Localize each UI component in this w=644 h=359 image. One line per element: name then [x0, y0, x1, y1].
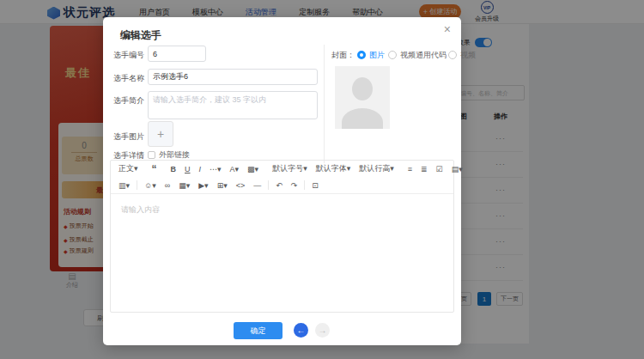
form-divider [324, 45, 325, 163]
underline-icon[interactable]: U [180, 161, 195, 177]
toolbar-separator [304, 180, 305, 190]
contestant-number-label: 选手编号 [108, 50, 144, 61]
undo-icon[interactable]: ↶ [271, 177, 287, 193]
contestant-name-label: 选手名称 [108, 73, 144, 84]
bg-color-dropdown[interactable]: ▩▾ [243, 161, 263, 177]
more-text-style-dropdown[interactable]: ⋯▾ [205, 161, 226, 177]
editor-placeholder: 请输入内容 [121, 204, 160, 216]
screen: 状元评选 用户首页 模板中心 活动管理 定制服务 帮助中心 + 创建活动 VIP… [0, 0, 644, 359]
quote-icon[interactable]: “ [148, 161, 161, 177]
contestant-number-input[interactable] [148, 46, 206, 62]
justify-dropdown[interactable]: ▤▾ [447, 161, 467, 177]
insert-video-dropdown[interactable]: ▶▾ [194, 177, 212, 193]
cover-image-option[interactable]: 图片 [369, 50, 385, 61]
arrow-left-icon: ← [297, 326, 306, 335]
emoji-dropdown[interactable]: ☺▾ [140, 177, 161, 193]
confirm-button[interactable]: 确定 [234, 322, 283, 339]
italic-icon[interactable]: I [195, 161, 206, 177]
contestant-intro-label: 选手简介 [108, 95, 144, 106]
avatar-silhouette-body [342, 108, 383, 129]
contestant-image-label: 选手图片 [108, 131, 144, 143]
cover-image-radio[interactable] [357, 51, 366, 59]
contestant-intro-textarea[interactable] [148, 91, 318, 119]
paragraph-style-dropdown[interactable]: 正文▾ [114, 161, 143, 177]
editor-toolbar: 正文▾ “ B U I ⋯▾ A▾ ▩▾ 默认字号▾ 默认字体▾ 默认行高▾ ≡ [111, 161, 453, 194]
bold-icon[interactable]: B [167, 161, 181, 177]
toolbar-row-2: ▥▾ ☺▾ ∞ ▦▾ ▶▾ ⊞▾ <> — ↶ ↷ ⊡ [111, 177, 453, 193]
contestant-name-input[interactable] [148, 69, 318, 85]
cover-label: 封面： [331, 50, 355, 61]
font-color-dropdown[interactable]: A▾ [226, 161, 244, 177]
next-contestant-button[interactable]: → [315, 323, 330, 338]
font-size-dropdown[interactable]: 默认字号▾ [268, 161, 312, 177]
divider-icon[interactable]: — [249, 177, 265, 193]
indent-dropdown[interactable]: ▥▾ [114, 177, 134, 193]
previous-contestant-button[interactable]: ← [294, 323, 308, 338]
redo-icon[interactable]: ↷ [287, 177, 302, 193]
cover-video-code-radio[interactable] [388, 51, 397, 59]
external-link-checkbox[interactable] [148, 151, 155, 159]
detail-rich-text-editor: 正文▾ “ B U I ⋯▾ A▾ ▩▾ 默认字号▾ 默认字体▾ 默认行高▾ ≡ [110, 160, 454, 313]
cover-video-code-option[interactable]: 视频通用代码 [400, 50, 447, 61]
code-view-icon[interactable]: <> [232, 177, 250, 193]
todo-list-icon[interactable]: ☑ [432, 161, 447, 177]
modal-title: 编辑选手 [120, 28, 161, 43]
close-icon[interactable]: × [444, 23, 451, 35]
insert-image-dropdown[interactable]: ▦▾ [174, 177, 194, 193]
cover-video-radio[interactable] [448, 51, 457, 59]
bullet-list-icon[interactable]: ≡ [404, 161, 416, 177]
editor-content-area[interactable]: 请输入内容 [111, 194, 453, 313]
cover-video-option[interactable]: 视频 [460, 50, 476, 61]
fullscreen-icon[interactable]: ⊡ [307, 177, 323, 193]
edit-contestant-modal: 编辑选手 × 选手编号 选手名称 选手简介 选手图片 + 选手详情 外部链接 封… [103, 17, 461, 345]
toolbar-separator [268, 180, 269, 190]
insert-table-dropdown[interactable]: ⊞▾ [213, 177, 232, 193]
toolbar-row-1: 正文▾ “ B U I ⋯▾ A▾ ▩▾ 默认字号▾ 默认字体▾ 默认行高▾ ≡ [111, 161, 453, 177]
arrow-right-icon: → [319, 326, 327, 335]
numbered-list-icon[interactable]: ≣ [416, 161, 432, 177]
font-family-dropdown[interactable]: 默认字体▾ [312, 161, 355, 177]
cover-image-preview[interactable] [335, 66, 390, 129]
image-upload-button[interactable]: + [148, 121, 173, 147]
line-height-dropdown[interactable]: 默认行高▾ [355, 161, 398, 177]
avatar-silhouette-head [352, 77, 373, 100]
link-icon[interactable]: ∞ [161, 177, 174, 193]
toolbar-separator [137, 180, 137, 190]
